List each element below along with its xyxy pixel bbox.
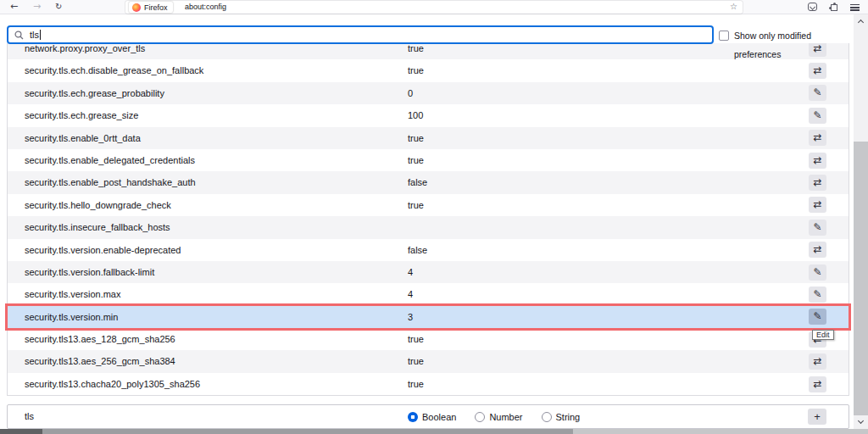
window-edge bbox=[42, 429, 573, 434]
firefox-logo-icon bbox=[132, 3, 141, 12]
toggle-button[interactable]: ⇄ bbox=[809, 242, 826, 258]
pref-value: false bbox=[408, 171, 427, 193]
pref-row[interactable]: security.tls.hello_downgrade_check true … bbox=[8, 194, 849, 216]
pref-name: security.tls13.aes_256_gcm_sha384 bbox=[25, 350, 175, 372]
add-pref-types: BooleanNumberString bbox=[408, 405, 580, 428]
pref-name: security.tls.version.max bbox=[25, 283, 121, 305]
toggle-button[interactable]: ⇄ bbox=[809, 63, 826, 79]
edit-tooltip: Edit bbox=[812, 330, 834, 340]
new-pref-name: tls bbox=[25, 405, 34, 428]
pref-name: security.tls.enable_delegated_credential… bbox=[25, 149, 195, 171]
add-button[interactable]: + bbox=[808, 409, 826, 425]
show-modified-checkbox[interactable] bbox=[719, 31, 729, 41]
pocket-icon[interactable] bbox=[808, 3, 817, 11]
pref-name: security.tls.enable_post_handshake_auth bbox=[25, 171, 196, 193]
pref-row[interactable]: security.tls13.chacha20_poly1305_sha256 … bbox=[8, 373, 849, 395]
toggle-button[interactable]: ⇄ bbox=[809, 197, 826, 213]
search-input[interactable]: tls bbox=[7, 25, 714, 44]
scroll-up-icon[interactable] bbox=[857, 19, 863, 25]
text-caret bbox=[40, 30, 41, 40]
edit-button[interactable]: ✎ bbox=[809, 309, 826, 325]
menu-icon[interactable] bbox=[850, 4, 860, 11]
pref-value: false bbox=[408, 239, 427, 261]
pref-name: security.tls.version.enable-deprecated bbox=[25, 239, 181, 261]
type-radio-boolean[interactable]: Boolean bbox=[408, 412, 456, 422]
radio-label: Boolean bbox=[422, 412, 456, 422]
pref-name: security.tls.version.min bbox=[25, 306, 118, 328]
pref-row[interactable]: security.tls13.aes_128_gcm_sha256 true ⇄ bbox=[8, 328, 849, 350]
edit-button[interactable]: ✎ bbox=[809, 287, 826, 303]
pref-row[interactable]: security.tls.version.fallback-limit 4 ✎ bbox=[8, 261, 849, 283]
preferences-table: network.proxy.proxy_over_tls true ⇄ secu… bbox=[7, 37, 849, 396]
url-bar[interactable]: Firefox about:config ☆ bbox=[125, 1, 743, 14]
identity-label: Firefox bbox=[144, 3, 168, 12]
pref-value: true bbox=[408, 149, 424, 171]
pref-value: true bbox=[408, 127, 424, 149]
pref-row[interactable]: security.tls.version.max 4 ✎ bbox=[8, 283, 849, 305]
radio-icon bbox=[408, 412, 418, 422]
pref-row[interactable]: security.tls.enable_delegated_credential… bbox=[8, 149, 849, 171]
pref-name: security.tls.version.fallback-limit bbox=[25, 261, 154, 283]
edit-button[interactable]: ✎ bbox=[809, 85, 826, 101]
toggle-button[interactable]: ⇄ bbox=[809, 353, 826, 370]
pref-value: 3 bbox=[408, 306, 413, 328]
pref-row[interactable]: security.tls.enable_0rtt_data true ⇄ bbox=[8, 127, 849, 149]
type-radio-number[interactable]: Number bbox=[475, 412, 522, 422]
scrollbar-thumb[interactable] bbox=[854, 142, 868, 415]
edit-button[interactable]: ✎ bbox=[809, 220, 826, 236]
pref-value: 4 bbox=[408, 283, 413, 305]
toggle-button[interactable]: ⇄ bbox=[809, 376, 826, 392]
show-modified-label[interactable]: Show only modified preferences bbox=[734, 26, 854, 45]
pref-name: security.tls.ech.grease_probability bbox=[25, 82, 164, 104]
pref-row[interactable]: security.tls.ech.grease_probability 0 ✎ bbox=[8, 82, 849, 104]
pref-value: 4 bbox=[408, 261, 413, 283]
pref-row[interactable]: security.tls13.aes_256_gcm_sha384 true ⇄ bbox=[8, 350, 849, 372]
back-button[interactable]: ← bbox=[10, 0, 18, 14]
pref-row[interactable]: security.tls.version.min 3 ✎ bbox=[8, 306, 849, 328]
forward-button[interactable]: → bbox=[33, 0, 41, 14]
pref-value: 0 bbox=[408, 82, 413, 104]
search-value: tls bbox=[30, 30, 39, 40]
pref-value: true bbox=[408, 350, 424, 372]
search-icon bbox=[14, 31, 24, 40]
toggle-button[interactable]: ⇄ bbox=[809, 153, 826, 169]
pref-row[interactable]: security.tls.version.enable-deprecated f… bbox=[8, 239, 849, 261]
reload-button[interactable]: ↻ bbox=[55, 0, 62, 14]
toggle-button[interactable]: ⇄ bbox=[809, 175, 826, 191]
pref-name: security.tls.enable_0rtt_data bbox=[25, 127, 141, 149]
pref-name: security.tls.ech.disable_grease_on_fallb… bbox=[25, 59, 203, 81]
site-identity-chip[interactable]: Firefox bbox=[129, 2, 173, 13]
add-preference-row: tls BooleanNumberString + bbox=[7, 404, 849, 429]
browser-toolbar: ← → ↻ Firefox about:config ☆ bbox=[0, 0, 868, 14]
window-edge bbox=[0, 429, 42, 434]
pref-value: true bbox=[408, 328, 424, 350]
pref-row[interactable]: security.tls.ech.grease_size 100 ✎ bbox=[8, 104, 849, 126]
pref-name: security.tls.ech.grease_size bbox=[25, 104, 138, 126]
pref-value: 100 bbox=[408, 104, 423, 126]
scrollbar[interactable] bbox=[854, 14, 868, 429]
pref-row[interactable]: security.tls.insecure_fallback_hosts ✎ bbox=[8, 216, 849, 238]
extensions-icon[interactable] bbox=[831, 4, 837, 11]
pref-row[interactable]: security.tls.ech.disable_grease_on_fallb… bbox=[8, 59, 849, 81]
pref-name: security.tls.hello_downgrade_check bbox=[25, 194, 171, 216]
pref-value: true bbox=[408, 373, 424, 395]
radio-label: Number bbox=[489, 412, 522, 422]
radio-icon bbox=[542, 412, 552, 422]
radio-label: String bbox=[556, 412, 581, 422]
pref-name: security.tls13.aes_128_gcm_sha256 bbox=[25, 328, 175, 350]
bookmark-star-icon[interactable]: ☆ bbox=[730, 1, 737, 14]
radio-icon bbox=[475, 412, 485, 422]
type-radio-string[interactable]: String bbox=[542, 412, 581, 422]
search-section: tls Show only modified preferences bbox=[0, 14, 854, 43]
scroll-down-icon[interactable] bbox=[857, 418, 863, 424]
pref-value: true bbox=[408, 194, 424, 216]
edit-button[interactable]: ✎ bbox=[809, 264, 826, 281]
pref-value: true bbox=[408, 59, 424, 81]
pref-row[interactable]: security.tls.enable_post_handshake_auth … bbox=[8, 171, 849, 193]
window-edge bbox=[573, 429, 868, 434]
toggle-button[interactable]: ⇄ bbox=[809, 130, 826, 146]
pref-name: security.tls.insecure_fallback_hosts bbox=[25, 216, 170, 238]
url-text: about:config bbox=[185, 1, 226, 14]
edit-button[interactable]: ✎ bbox=[809, 108, 826, 124]
pref-name: security.tls13.chacha20_poly1305_sha256 bbox=[25, 373, 200, 395]
